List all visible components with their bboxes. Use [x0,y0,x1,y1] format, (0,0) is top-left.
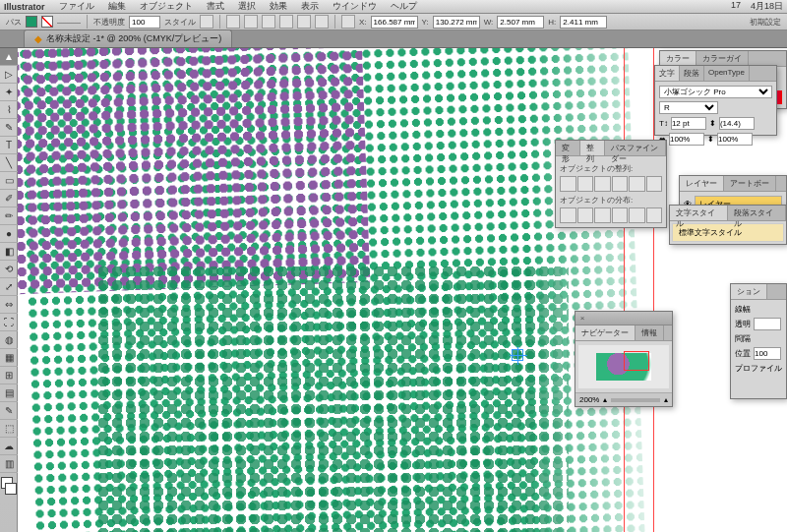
tab-align[interactable]: 整列 [580,141,605,155]
brush-tool[interactable]: ✐ [0,190,18,207]
perspective-tool[interactable]: ▦ [0,349,18,367]
fill-stroke-swatches[interactable] [0,477,17,501]
align-icon[interactable] [279,15,293,29]
document-tab[interactable]: ◆ 名称未設定 -1* @ 200% (CMYK/プレビュー) [24,30,232,47]
y-input[interactable] [433,16,480,29]
align-hcenter-button[interactable] [577,176,594,192]
tab-navigator[interactable]: ナビゲーター [575,325,636,340]
vscale-input[interactable] [717,133,753,146]
rotate-tool[interactable]: ⟲ [0,261,18,278]
navigator-viewport[interactable] [624,351,649,371]
leading-input[interactable] [719,117,755,130]
eraser-tool[interactable]: ◧ [0,243,18,261]
free-transform-tool[interactable]: ⛶ [0,314,18,331]
leading-icon: ⬍ [709,119,716,128]
symbol-tool[interactable]: ☁ [0,438,18,455]
tab-para[interactable]: 段落 [680,66,704,81]
style-item[interactable]: 標準文字スタイル [672,223,784,242]
align-vcenter-button[interactable] [629,176,645,192]
workspace-label[interactable]: 初期設定 [750,18,781,27]
tab-color[interactable]: カラー [660,51,696,66]
graph-tool[interactable]: ▥ [0,455,18,473]
selection-anchor[interactable] [512,349,523,361]
v-input[interactable] [754,347,781,360]
gap-input[interactable] [754,318,781,330]
distribute-button[interactable] [594,207,611,223]
zoom-out-icon[interactable]: ▴ [603,395,607,404]
align-icon[interactable] [244,15,258,29]
type-tool[interactable]: T [0,137,18,154]
tab-char[interactable]: 文字 [655,66,680,81]
menu-select[interactable]: 選択 [238,0,256,13]
menu-type[interactable]: 書式 [207,0,224,13]
menu-effect[interactable]: 効果 [270,0,287,13]
blob-tool[interactable]: ● [0,225,18,243]
toolbox: ▲ ▷ ✦ ⌇ ✎ T ╲ ▭ ✐ ✏ ● ◧ ⟲ ⤢ ⇔ ⛶ ◍ ▦ ⊞ ▤ … [0,48,18,532]
tab-opentype[interactable]: OpenType [704,66,750,81]
align-top-button[interactable] [612,176,629,192]
tab-char-style[interactable]: 文字スタイル [670,206,728,220]
transform-icon[interactable] [341,15,355,29]
h-input[interactable] [560,16,607,29]
tab-color-guide[interactable]: カラーガイ [696,51,749,66]
distribute-button[interactable] [577,207,594,223]
align-icon[interactable] [315,15,329,29]
pencil-tool[interactable]: ✏ [0,207,18,225]
font-size-input[interactable] [671,117,706,130]
align-icon[interactable] [226,15,240,29]
blend-tool[interactable]: ⬚ [0,420,18,438]
align-bottom-button[interactable] [646,176,663,192]
selection-tool[interactable]: ▲ [0,48,18,66]
align-icon[interactable] [297,15,311,29]
distribute-button[interactable] [646,207,663,223]
eyedropper-tool[interactable]: ✎ [0,402,18,420]
menu-object[interactable]: オブジェクト [140,0,193,13]
lasso-tool[interactable]: ⌇ [0,101,18,119]
menu-help[interactable]: ヘルプ [391,0,417,13]
distribute-button[interactable] [612,207,629,223]
close-icon[interactable]: × [575,314,589,323]
pen-tool[interactable]: ✎ [0,119,18,137]
menu-view[interactable]: 表示 [301,0,319,13]
vscale-icon: ⬍ [707,135,714,144]
x-label: X: [359,18,367,27]
artwork-purple-halftone [18,48,370,294]
opacity-input[interactable] [129,16,160,29]
line-tool[interactable]: ╲ [0,154,18,172]
tab-pathfinder[interactable]: パスファインダー [605,141,666,155]
tab-layers[interactable]: レイヤー [680,176,724,191]
zoom-slider[interactable] [611,398,660,402]
font-weight-dropdown[interactable]: R [659,101,718,114]
tab-misc[interactable]: ション [731,284,767,299]
tab-para-style[interactable]: 段落スタイル [728,206,786,220]
scale-tool[interactable]: ⤢ [0,278,18,296]
fill-swatch[interactable] [26,16,37,28]
width-tool[interactable]: ⇔ [0,296,18,314]
w-input[interactable] [497,16,544,29]
align-left-button[interactable] [560,176,576,192]
hscale-input[interactable] [669,133,704,146]
gradient-tool[interactable]: ▤ [0,384,18,402]
tab-transform[interactable]: 変形 [556,141,580,155]
navigator-thumbnail[interactable] [578,345,669,388]
zoom-in-icon[interactable]: ▴ [664,395,668,404]
menu-edit[interactable]: 編集 [108,0,126,13]
tab-info[interactable]: 情報 [636,325,664,340]
menu-file[interactable]: ファイル [59,0,94,13]
x-input[interactable] [371,16,418,29]
align-icon[interactable] [262,15,275,29]
distribute-button[interactable] [560,207,576,223]
stroke-swatch[interactable] [41,16,53,28]
font-family-dropdown[interactable]: 小塚ゴシック Pro [659,86,772,98]
rectangle-tool[interactable]: ▭ [0,172,18,190]
style-dropdown[interactable] [200,15,213,29]
shape-builder-tool[interactable]: ◍ [0,331,18,349]
tab-artboards[interactable]: アートボー [724,176,776,191]
distribute-button[interactable] [629,207,645,223]
menu-window[interactable]: ウインドウ [333,0,377,13]
magic-wand-tool[interactable]: ✦ [0,84,18,101]
align-right-button[interactable] [594,176,611,192]
direct-select-tool[interactable]: ▷ [0,66,18,84]
guide-vertical[interactable] [624,48,625,532]
mesh-tool[interactable]: ⊞ [0,367,18,384]
